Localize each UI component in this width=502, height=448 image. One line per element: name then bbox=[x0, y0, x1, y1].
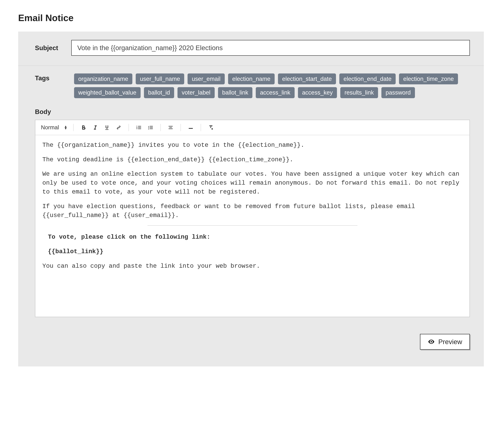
chevron-updown-icon: ▲▼ bbox=[64, 125, 67, 129]
ordered-list-button[interactable] bbox=[135, 124, 143, 131]
page-title: Email Notice bbox=[18, 13, 484, 23]
tag-weighted-ballot-value[interactable]: weighted_ballot_value bbox=[74, 87, 141, 98]
body-paragraph: The {{organization_name}} invites you to… bbox=[42, 141, 462, 150]
rich-text-editor: Normal ▲▼ bbox=[35, 120, 470, 317]
editor-toolbar: Normal ▲▼ bbox=[35, 120, 469, 135]
link-button[interactable] bbox=[115, 124, 123, 131]
eye-icon bbox=[428, 338, 435, 345]
horizontal-rule-icon bbox=[188, 124, 194, 130]
body-paragraph: You can also copy and paste the link int… bbox=[42, 262, 462, 271]
clear-formatting-button[interactable] bbox=[207, 124, 215, 131]
ordered-list-icon bbox=[136, 124, 142, 130]
unordered-list-icon bbox=[148, 124, 154, 130]
tag-election-start-date[interactable]: election_start_date bbox=[278, 73, 336, 84]
tags-list: organization_name user_full_name user_em… bbox=[74, 73, 470, 98]
bold-icon bbox=[80, 124, 86, 130]
body-paragraph: The voting deadline is {{election_end_da… bbox=[42, 155, 462, 164]
tag-password[interactable]: password bbox=[381, 87, 415, 98]
unordered-list-button[interactable] bbox=[147, 124, 155, 131]
underline-icon bbox=[104, 124, 110, 130]
editor-body[interactable]: The {{organization_name}} invites you to… bbox=[35, 135, 469, 317]
body-section: Body Normal ▲▼ bbox=[18, 104, 484, 327]
underline-button[interactable] bbox=[103, 124, 111, 131]
subject-row: Subject bbox=[18, 32, 484, 66]
italic-icon bbox=[92, 124, 98, 130]
format-select-label: Normal bbox=[41, 124, 59, 130]
tag-voter-label[interactable]: voter_label bbox=[178, 87, 215, 98]
email-notice-panel: Subject Tags organization_name user_full… bbox=[18, 32, 484, 367]
format-select[interactable]: Normal ▲▼ bbox=[41, 124, 67, 130]
bold-button[interactable] bbox=[79, 124, 87, 131]
tag-access-link[interactable]: access_link bbox=[256, 87, 294, 98]
subject-input[interactable] bbox=[71, 40, 470, 56]
tag-election-name[interactable]: election_name bbox=[228, 73, 275, 84]
body-horizontal-rule bbox=[148, 225, 357, 226]
toolbar-separator bbox=[160, 124, 161, 131]
body-paragraph-bold: To vote, please click on the following l… bbox=[42, 233, 462, 241]
tag-user-email[interactable]: user_email bbox=[187, 73, 225, 84]
tags-row: Tags organization_name user_full_name us… bbox=[18, 66, 484, 104]
preview-button-label: Preview bbox=[438, 338, 462, 346]
panel-footer: Preview bbox=[18, 327, 484, 367]
subject-label: Subject bbox=[35, 44, 71, 52]
body-label: Body bbox=[35, 108, 470, 115]
tag-ballot-link[interactable]: ballot_link bbox=[218, 87, 252, 98]
tag-results-link[interactable]: results_link bbox=[340, 87, 378, 98]
body-paragraph: We are using an online election system t… bbox=[42, 170, 462, 196]
italic-button[interactable] bbox=[91, 124, 99, 131]
align-icon bbox=[167, 124, 174, 130]
svg-rect-0 bbox=[189, 128, 193, 129]
toolbar-separator bbox=[201, 124, 201, 131]
tag-organization-name[interactable]: organization_name bbox=[74, 73, 132, 84]
tag-election-time-zone[interactable]: election_time_zone bbox=[399, 73, 458, 84]
tag-user-full-name[interactable]: user_full_name bbox=[136, 73, 184, 84]
toolbar-separator bbox=[73, 124, 73, 131]
toolbar-separator bbox=[181, 124, 181, 131]
tag-ballot-id[interactable]: ballot_id bbox=[144, 87, 174, 98]
horizontal-rule-button[interactable] bbox=[187, 124, 195, 131]
preview-button[interactable]: Preview bbox=[420, 334, 470, 350]
tag-election-end-date[interactable]: election_end_date bbox=[339, 73, 396, 84]
clear-formatting-icon bbox=[208, 124, 214, 130]
body-paragraph: If you have election questions, feedback… bbox=[42, 202, 462, 220]
align-button[interactable] bbox=[167, 124, 175, 131]
link-icon bbox=[116, 124, 122, 130]
body-paragraph-bold: {{ballot_link}} bbox=[42, 247, 462, 256]
tag-access-key[interactable]: access_key bbox=[298, 87, 337, 98]
toolbar-separator bbox=[129, 124, 129, 131]
tags-label: Tags bbox=[35, 74, 71, 82]
